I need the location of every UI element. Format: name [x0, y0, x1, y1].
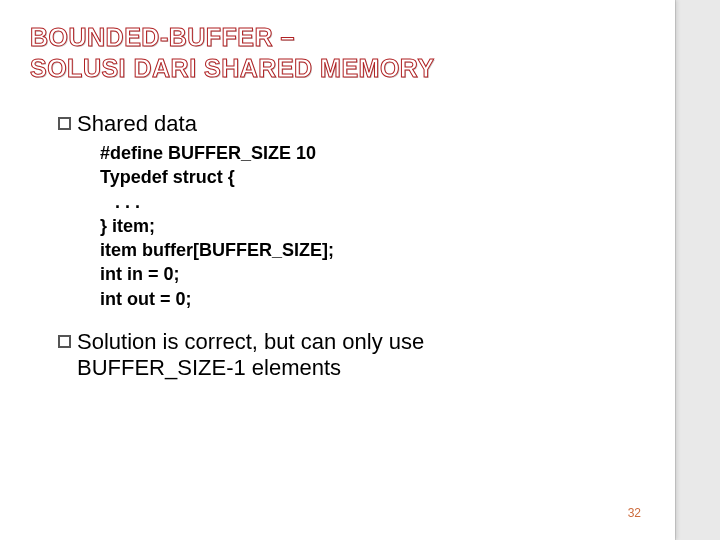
bullet-text-line1: Solution is correct, but can only use	[77, 329, 424, 355]
bullet-text: Shared data	[77, 111, 197, 137]
code-block: #define BUFFER_SIZE 10 Typedef struct { …	[100, 141, 645, 311]
page-number: 32	[628, 506, 641, 520]
slide-title: BOUNDED-BUFFER – SOLUSI DARI SHARED MEMO…	[30, 22, 645, 83]
right-margin-strip	[675, 0, 720, 540]
square-bullet-icon	[58, 117, 71, 130]
slide-content: Shared data #define BUFFER_SIZE 10 Typed…	[58, 111, 645, 381]
square-bullet-icon	[58, 335, 71, 348]
title-line-1: BOUNDED-BUFFER –	[30, 22, 645, 53]
slide: BOUNDED-BUFFER – SOLUSI DARI SHARED MEMO…	[0, 0, 675, 540]
title-line-2: SOLUSI DARI SHARED MEMORY	[30, 53, 645, 84]
bullet-solution: Solution is correct, but can only use BU…	[58, 329, 645, 381]
bullet-text-line2: BUFFER_SIZE-1 elements	[77, 355, 645, 381]
bullet-shared-data: Shared data	[58, 111, 645, 137]
